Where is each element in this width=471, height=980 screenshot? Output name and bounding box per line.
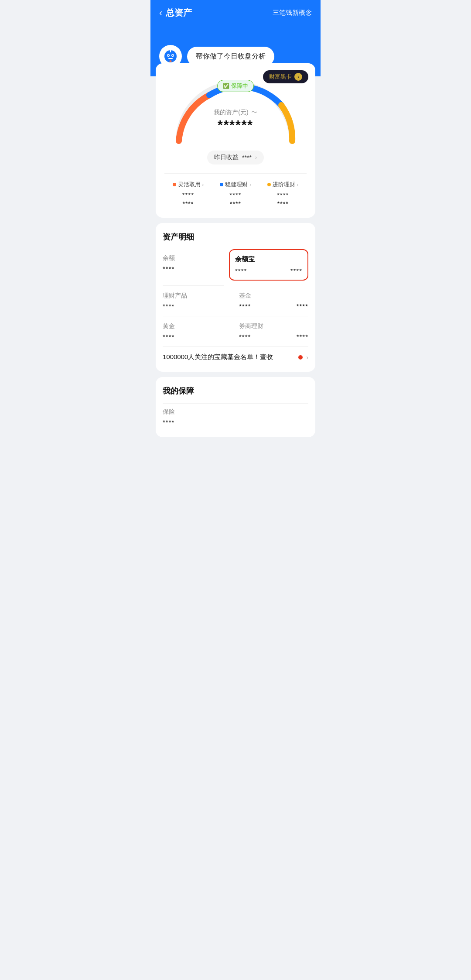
earnings-arrow: › [255,154,257,161]
yuebao-val1: **** [235,267,247,274]
broker-label: 券商理财 [239,322,308,330]
yellow-dot [267,183,271,186]
orange-dot [173,183,176,186]
yesterday-earnings: 昨日收益 **** › [164,151,307,164]
cat0-val1: **** [164,191,212,199]
earnings-pill[interactable]: 昨日收益 **** › [207,151,264,164]
cat0-arrow: › [202,182,204,187]
cat1-arrow: › [249,182,251,187]
gauge-container: ✅ 保障中 我的资产(元) 〜 ****** [164,75,307,145]
category-advanced-title: 进阶理财 › [259,181,307,188]
gold-broker-row: 黄金 **** 券商理财 **** **** [163,316,308,347]
page-title: 总资产 [166,7,192,19]
promo-text: 1000000人关注的宝藏基金名单！查收 [163,353,295,361]
cat2-val1: **** [259,191,307,199]
asset-detail-section: 资产明细 余额 **** 余额宝 **** **** 理财产品 **** 基金 … [156,223,315,372]
insurance-label: 保险 [163,408,308,416]
category-flexible-title: 灵活取用 › [164,181,212,188]
broker-val2: **** [297,333,308,340]
svg-point-6 [170,49,171,51]
back-button[interactable]: ‹ [159,7,162,19]
fund-val1: **** [239,302,251,310]
shield-icon: ✅ [223,83,229,89]
wealth-label: 理财产品 [163,292,232,300]
my-protection-section: 我的保障 保险 **** [156,377,315,437]
main-card: 财富黑卡 › ✅ 保障中 我的资产(元) 〜 ****** [156,63,315,218]
cat2-arrow: › [297,182,299,187]
broker-right[interactable]: 券商理财 **** **** [239,322,308,340]
gold-val: **** [163,333,232,340]
protection-section-title: 我的保障 [163,386,308,396]
eye-icon[interactable]: 〜 [251,109,257,117]
asset-info: 我的资产(元) 〜 ****** [214,109,257,132]
blue-dot [220,183,223,186]
earnings-label: 昨日收益 [214,154,239,161]
asset-detail-title: 资产明细 [163,232,308,242]
yuebao-card[interactable]: 余额宝 **** **** [229,249,308,281]
header: ‹ 总资产 三笔钱新概念 [150,0,321,45]
category-stable[interactable]: 稳健理财 › **** **** [212,181,259,207]
earnings-value: **** [242,154,252,161]
broker-values: **** **** [239,333,308,340]
gold-label: 黄金 [163,322,232,330]
cat0-val2: **** [164,200,212,207]
asset-amount: ****** [214,117,257,132]
svg-point-3 [168,55,169,56]
fund-values: **** **** [239,302,308,310]
cat2-val2: **** [259,200,307,207]
insurance-val: **** [163,418,308,426]
balance-label: 余额 [163,254,224,262]
three-money-link[interactable]: 三笔钱新概念 [273,9,312,17]
balance-left[interactable]: 余额 **** [163,249,224,286]
svg-point-4 [172,55,174,56]
balance-value: **** [163,265,224,272]
svg-rect-7 [168,58,173,59]
insurance-row[interactable]: 保险 **** [163,403,308,430]
category-stable-title: 稳健理财 › [212,181,259,188]
category-flexible[interactable]: 灵活取用 › **** **** [164,181,212,207]
wealth-fund-row: 理财产品 **** 基金 **** **** [163,286,308,316]
promo-arrow: › [306,354,308,361]
wealth-left[interactable]: 理财产品 **** [163,292,232,310]
protection-badge: ✅ 保障中 [217,80,254,92]
promo-dot [298,355,303,360]
asset-label: 我的资产(元) 〜 [214,109,257,117]
header-left: ‹ 总资产 [159,7,192,19]
gold-left[interactable]: 黄金 **** [163,322,232,340]
cat1-val1: **** [212,191,259,199]
categories: 灵活取用 › **** **** 稳健理财 › **** **** 进阶理财 ›… [164,173,307,207]
fund-val2: **** [297,302,308,310]
broker-val1: **** [239,333,251,340]
yuebao-val2: **** [290,267,302,274]
fund-label: 基金 [239,292,308,300]
yuebao-values: **** **** [235,267,302,274]
category-advanced[interactable]: 进阶理财 › **** **** [259,181,307,207]
promo-banner[interactable]: 1000000人关注的宝藏基金名单！查收 › [163,347,308,363]
wealth-val: **** [163,302,232,310]
balance-row: 余额 **** 余额宝 **** **** [163,249,308,286]
yuebao-name: 余额宝 [235,255,302,264]
protection-text: 保障中 [231,82,248,90]
fund-right[interactable]: 基金 **** **** [239,292,308,310]
cat1-val2: **** [212,200,259,207]
